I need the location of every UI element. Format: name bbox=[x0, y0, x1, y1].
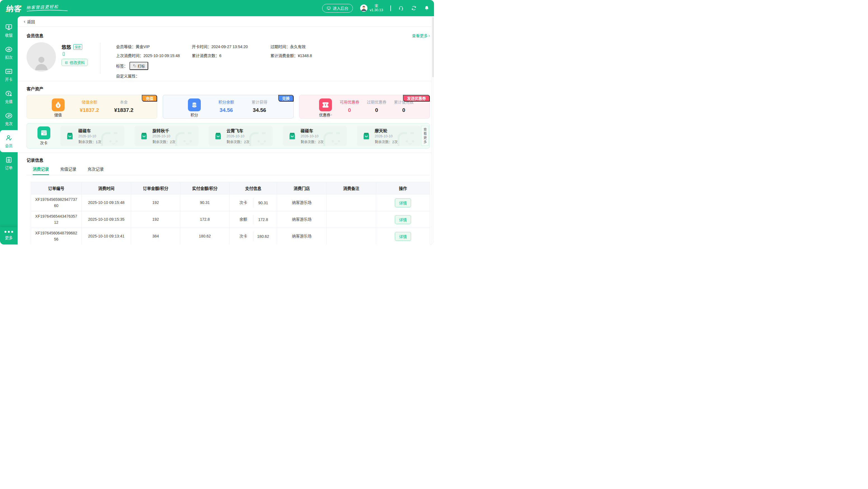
coupon-label-link[interactable]: 优惠券 › bbox=[319, 112, 332, 118]
sidebar-item-recharge-times[interactable]: 充次 bbox=[0, 108, 18, 130]
tab-recharge-times-records[interactable]: 充次记录 bbox=[88, 166, 104, 175]
recharge-icon bbox=[5, 90, 12, 97]
sidebar-item-orders[interactable]: 订单 bbox=[0, 152, 18, 174]
sidebar-more[interactable]: 更多 bbox=[0, 227, 18, 245]
coins-icon bbox=[188, 98, 201, 111]
sidebar-item-open-card[interactable]: VIP 开卡 bbox=[0, 64, 18, 86]
recharge-times-icon bbox=[5, 112, 12, 119]
edit-icon bbox=[65, 61, 68, 64]
cell-paid-amount: 90.31 bbox=[180, 194, 229, 211]
tab-consume-records[interactable]: 消费记录 bbox=[33, 166, 49, 175]
bag-icon bbox=[213, 130, 223, 142]
points-balance-value: 34.56 bbox=[218, 107, 234, 113]
col-paid-amount: 实付金额/积分 bbox=[180, 182, 229, 194]
assets-section-title: 客户资产 bbox=[27, 86, 43, 91]
scrollbar-track bbox=[432, 16, 434, 245]
times-card-icon bbox=[37, 126, 50, 139]
scrollbar-thumb[interactable] bbox=[432, 17, 434, 77]
bag-icon bbox=[139, 130, 149, 142]
sidebar-item-member[interactable]: 会员 bbox=[0, 130, 18, 152]
table-row: XF1976456544347635712 2025-10-10 09:15:3… bbox=[31, 211, 430, 228]
coupon-ticket-icon bbox=[319, 98, 332, 111]
user-avatar bbox=[360, 4, 367, 12]
custom-attr-label: 自定义属性： bbox=[116, 73, 140, 79]
sidebar-item-deduct-times[interactable]: 扣次 bbox=[0, 42, 18, 64]
send-coupon-button[interactable]: 发送优惠券 bbox=[403, 95, 430, 101]
available-coupons-value: 0 bbox=[340, 107, 359, 113]
edit-profile-button[interactable]: 修改资料 bbox=[62, 59, 88, 66]
member-name: 悠悠 bbox=[62, 43, 71, 50]
bag-icon bbox=[287, 130, 297, 142]
member-info: 悠悠 保密 修改资料 会员等级：黄金VIP 上次消费时间：2025 bbox=[27, 42, 430, 77]
col-action: 操作 bbox=[376, 182, 430, 194]
back-button[interactable]: ‹ 返回 bbox=[18, 16, 434, 27]
user-account[interactable]: 宋 v1.30.13 bbox=[360, 4, 383, 12]
open-time-value: 2024-09-27 13:54:20 bbox=[211, 44, 248, 50]
used-coupons-value: 0 bbox=[394, 107, 413, 113]
notification-bell-icon[interactable] bbox=[424, 5, 430, 11]
col-pay-info: 支付信息 bbox=[229, 182, 277, 194]
level-label: 会员等级： bbox=[116, 44, 135, 50]
money-bag-icon bbox=[52, 98, 65, 111]
app-window: 纳客 纳客管店更轻松 进入后台 宋 v1.30.13 bbox=[0, 0, 434, 245]
consume-count-label: 累计消费次数： bbox=[192, 53, 219, 58]
times-view-more[interactable]: 查看更多 bbox=[421, 126, 429, 146]
times-item[interactable]: 摩天轮 2026-10-10 剩余次数：2次 bbox=[357, 126, 421, 146]
cell-paid-amount: 180.62 bbox=[180, 228, 229, 245]
detail-button[interactable]: 详情 bbox=[395, 198, 411, 207]
last-consume-value: 2025-10-10 09:15:48 bbox=[144, 53, 180, 58]
sidebar: 收银 扣次 VIP 开卡 充值 充次 会员 订单 更多 bbox=[0, 16, 18, 245]
detail-button[interactable]: 详情 bbox=[395, 215, 411, 224]
table-header-row: 订单编号 消费时间 订单金额/积分 实付金额/积分 支付信息 消费门店 消费备注… bbox=[31, 182, 430, 194]
bag-icon bbox=[65, 130, 75, 142]
cell-remark bbox=[327, 228, 376, 245]
tag-label: 标签： bbox=[116, 63, 128, 69]
times-card-strip: 次卡 碰碰车 2026-10-10 剩余次数：1次 旋转秋千 2026- bbox=[27, 123, 430, 149]
asset-cards: 充值 储值 储值余额 ¥1837.2 本金 bbox=[27, 95, 430, 119]
card-face-watermark bbox=[396, 130, 420, 146]
cell-store: 纳客游乐场 bbox=[277, 228, 327, 245]
vertical-divider bbox=[100, 43, 100, 73]
sync-icon[interactable] bbox=[411, 5, 417, 11]
col-consume-time: 消费时间 bbox=[82, 182, 131, 194]
table-row: XF1976456598294773760 2025-10-10 09:15:4… bbox=[31, 194, 430, 211]
card-face-watermark bbox=[248, 130, 272, 146]
open-time-label: 开卡时间： bbox=[192, 44, 211, 50]
times-item[interactable]: 云霄飞车 2026-10-10 剩余次数：2次 bbox=[209, 126, 273, 146]
times-item[interactable]: 碰碰车 2026-10-10 剩余次数：2次 bbox=[283, 126, 347, 146]
principal-label: 本金 bbox=[114, 99, 133, 104]
times-item[interactable]: 碰碰车 2026-10-10 剩余次数：1次 bbox=[60, 126, 124, 146]
brand-logo: 纳客 bbox=[6, 3, 22, 14]
cell-pay-info: 次卡90.31 bbox=[229, 194, 277, 211]
member-view-more-link[interactable]: 查看更多 › bbox=[412, 33, 430, 38]
points-earned-value: 34.56 bbox=[252, 107, 267, 113]
phone-icon bbox=[62, 52, 66, 56]
cell-action: 详情 bbox=[376, 211, 430, 228]
stored-balance-value: ¥1837.2 bbox=[80, 107, 99, 113]
detail-button[interactable]: 详情 bbox=[395, 232, 411, 241]
member-avatar bbox=[27, 42, 56, 72]
tag-icon bbox=[133, 64, 136, 68]
cell-paid-amount: 172.8 bbox=[180, 211, 229, 228]
cell-order-amount: 192 bbox=[131, 211, 180, 228]
recharge-button[interactable]: 充值 bbox=[142, 95, 157, 101]
enter-backend-button[interactable]: 进入后台 bbox=[322, 4, 353, 12]
points-earned-label: 累计获得 bbox=[252, 99, 267, 104]
col-order-amount: 订单金额/积分 bbox=[131, 182, 180, 194]
main-panel: ‹ 返回 会员信息 查看更多 › 悠悠 保密 bbox=[18, 16, 434, 245]
sidebar-item-recharge[interactable]: 充值 bbox=[0, 86, 18, 108]
records-section-title: 记录信息 bbox=[27, 157, 43, 163]
back-chevron-icon: ‹ bbox=[24, 19, 26, 24]
tab-recharge-records[interactable]: 充值记录 bbox=[60, 166, 76, 175]
cell-order-amount: 384 bbox=[131, 228, 180, 245]
customer-service-icon[interactable] bbox=[398, 5, 404, 11]
cash-register-icon bbox=[5, 24, 12, 31]
times-item[interactable]: 旋转秋千 2026-10-10 剩余次数：2次 bbox=[134, 126, 198, 146]
cell-consume-time: 2025-10-10 09:15:48 bbox=[82, 194, 131, 211]
card-face-watermark bbox=[100, 130, 124, 146]
stored-value-card: 充值 储值 储值余额 ¥1837.2 本金 bbox=[27, 95, 157, 119]
sidebar-item-cashier[interactable]: 收银 bbox=[0, 20, 18, 42]
redeem-button[interactable]: 兑换 bbox=[278, 95, 293, 101]
last-consume-label: 上次消费时间： bbox=[116, 53, 144, 58]
tag-button[interactable]: 打标 bbox=[129, 62, 148, 70]
